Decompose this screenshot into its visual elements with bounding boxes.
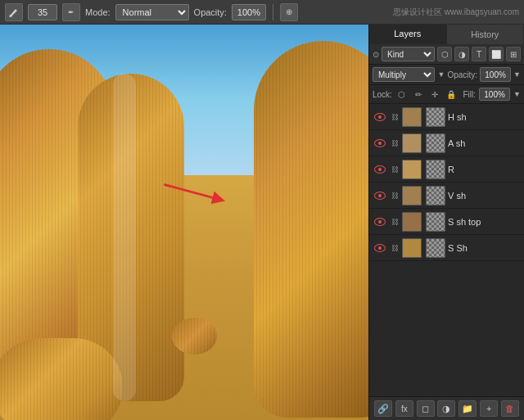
hay-bale-bottom-left [0,338,123,420]
layer-name: V sh [448,191,521,201]
layer-link-icon: ⛓ [390,164,400,175]
opacity-label: Opacity: [194,7,227,17]
lock-move-icon[interactable]: ✛ [428,88,441,101]
layer-link-icon: ⛓ [390,111,400,123]
mode-select[interactable]: Normal [115,4,189,20]
layer-visibility-toggle[interactable] [373,188,387,203]
layer-visibility-toggle[interactable] [373,110,387,124]
layer-visibility-toggle[interactable] [373,215,387,229]
eye-icon [374,244,386,252]
layer-name: H sh [448,112,521,122]
layers-panel: Layers History ⊙ Kind ⬡ ◑ T ⬜ ⊞ Multiply… [368,25,524,420]
layer-list[interactable]: ⛓ H sh ⛓ A sh ⛓ [369,104,524,396]
delete-layer-button[interactable]: 🗑 [501,400,519,417]
layer-mask-thumb [426,212,445,232]
fill-value[interactable]: 100% [479,88,510,101]
mode-label: Mode: [85,7,111,17]
add-mask-button[interactable]: ◻ [417,400,435,417]
toolbar-separator [273,4,273,20]
layer-mask-thumb [426,186,445,205]
lock-all-icon[interactable]: 🔒 [445,88,458,101]
brush-size-input[interactable]: 35 [28,4,57,20]
layer-thumbnail [402,238,422,258]
eye-icon [374,139,386,147]
layer-mask-thumb [426,160,445,179]
filter-bar: ⊙ Kind ⬡ ◑ T ⬜ ⊞ [369,44,524,65]
blend-mode-select[interactable]: Multiply [373,67,435,82]
opacity-label: Opacity: [447,70,477,79]
hay-stripe [113,74,136,401]
opacity-arrow: ▼ [513,70,521,79]
tab-history[interactable]: History [447,25,525,44]
filter-smart-icon[interactable]: ⊞ [506,47,521,61]
layer-item[interactable]: ⛓ R [369,156,524,183]
layer-name: A sh [448,138,521,148]
panel-bottom-bar: 🔗 fx ◻ ◑ 📁 + 🗑 [369,396,524,420]
blend-arrow: ▼ [437,70,445,79]
layer-thumbnail [402,107,422,127]
opacity-input[interactable]: 100% [232,4,266,20]
new-adjustment-button[interactable]: ◑ [437,400,455,417]
new-layer-button[interactable]: + [480,400,498,417]
brush-tool-icon[interactable] [5,3,23,21]
layer-item[interactable]: ⛓ S sh top [369,209,524,235]
filter-kind-label: ⊙ [373,50,379,59]
canvas-area[interactable] [0,25,368,420]
layer-mask-thumb [426,107,445,127]
blend-opacity-row: Multiply ▼ Opacity: 100% ▼ [369,65,524,85]
layer-thumbnail [402,186,422,205]
layer-name: R [448,165,521,174]
lock-label: Lock: [373,90,392,99]
layer-visibility-toggle[interactable] [373,136,387,151]
layer-thumbnail [402,212,422,232]
filter-adjust-icon[interactable]: ◑ [454,47,469,61]
layer-link-icon: ⛓ [390,138,400,149]
opacity-value[interactable]: 100% [480,67,511,82]
fill-label: Fill: [463,90,477,99]
layer-item[interactable]: ⛓ A sh [369,130,524,156]
watermark-area: 思缘设计社区 www.ibagsyuan.com [393,7,519,18]
layer-item[interactable]: ⛓ H sh [369,104,524,130]
lock-paint-icon[interactable]: ✏ [412,88,425,101]
layer-name: S sh top [448,217,521,227]
toolbar: 35 ✒ Mode: Normal Opacity: 100% ⊕ 思缘设计社区… [0,0,524,25]
eye-icon [374,218,386,226]
filter-kind-select[interactable]: Kind [382,47,435,61]
eye-icon [374,113,386,121]
layer-visibility-toggle[interactable] [373,162,387,177]
layer-visibility-toggle[interactable] [373,241,387,255]
panel-tabs: Layers History [369,25,524,44]
link-layers-button[interactable]: 🔗 [374,400,392,417]
lock-transparency-icon[interactable]: ⬡ [395,88,409,101]
lock-row: Lock: ⬡ ✏ ✛ 🔒 Fill: 100% ▼ [369,85,524,104]
svg-line-2 [164,184,219,199]
layer-link-icon: ⛓ [390,216,400,228]
layer-item[interactable]: ⛓ V sh [369,183,524,209]
fill-arrow: ▼ [513,90,521,98]
filter-shape-icon[interactable]: ⬜ [489,47,504,61]
layer-name: S Sh [448,243,521,253]
layer-link-icon: ⛓ [390,190,400,201]
layer-mask-thumb [426,133,445,153]
tab-layers[interactable]: Layers [369,25,447,44]
add-style-button[interactable]: fx [395,400,413,417]
filter-type-icon[interactable]: T [472,47,486,61]
red-arrow-annotation [160,180,229,206]
layer-thumbnail [402,160,422,179]
eye-icon [374,192,386,200]
eye-icon [374,165,386,174]
layer-item[interactable]: ⛓ S Sh [369,235,524,261]
watermark-text: 思缘设计社区 www.ibagsyuan.com [393,7,519,18]
layer-link-icon: ⛓ [390,242,400,254]
new-group-button[interactable]: 📁 [458,400,477,417]
canvas-scene [0,25,368,420]
layer-mask-thumb [426,238,445,258]
airbrush-icon[interactable]: ⊕ [280,3,298,21]
hay-bale-small-far [172,318,217,355]
main-area: Layers History ⊙ Kind ⬡ ◑ T ⬜ ⊞ Multiply… [0,25,524,420]
svg-point-0 [10,15,12,17]
layer-thumbnail [402,133,422,153]
tablet-pressure-icon[interactable]: ✒ [62,3,80,21]
hay-bale-right-big [254,41,368,418]
filter-pixel-icon[interactable]: ⬡ [437,47,452,61]
